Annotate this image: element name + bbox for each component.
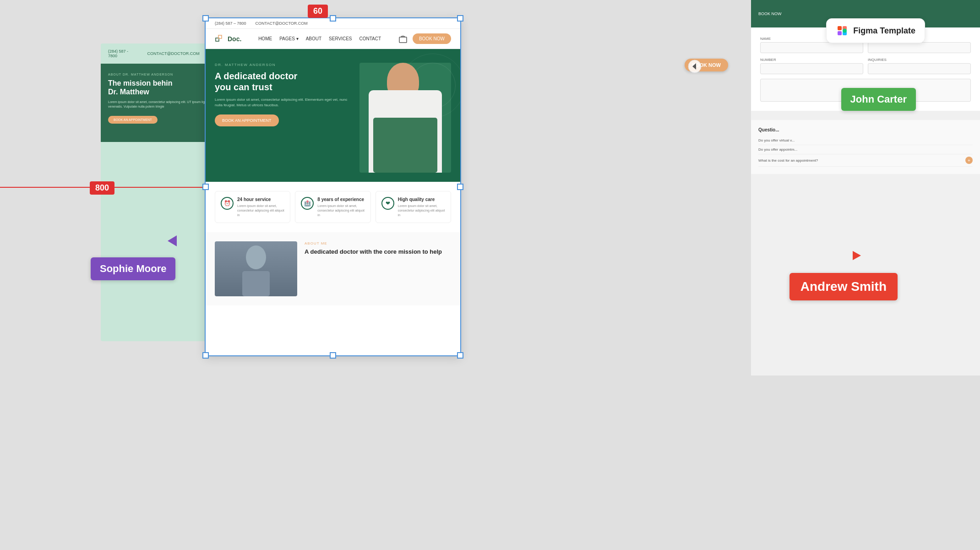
doc-hero-subtitle: DR. MATTHEW ANDERSON <box>215 63 355 67</box>
width-badge: 800 <box>90 181 114 195</box>
handle-right-middle[interactable] <box>457 184 463 190</box>
about-image <box>215 241 297 296</box>
doc-hero-title: A dedicated doctor you can trust <box>215 71 355 93</box>
about-title: A dedicated doctor with the core mission… <box>305 248 442 256</box>
about-image-person <box>215 241 297 296</box>
number-label: NUMBER <box>760 58 863 62</box>
service-title-2: 8 years of experience <box>317 197 365 202</box>
svg-point-12 <box>246 245 266 269</box>
handle-top-left[interactable] <box>202 15 209 22</box>
doc-nav-right: BOOK NOW <box>398 33 451 44</box>
about-text: ABOUT ME A dedicated doctor with the cor… <box>305 241 442 256</box>
service-icon-1: ⏰ <box>221 197 234 210</box>
handle-top-middle[interactable] <box>330 15 336 22</box>
service-title-3: High quality care <box>398 197 445 202</box>
sophie-cursor-arrow <box>168 235 177 246</box>
svg-rect-4 <box>838 26 842 30</box>
service-text-1: Lorem ipsum dolor sit amet, consectetur … <box>237 204 284 217</box>
andrew-smith-badge: Andrew Smith <box>789 273 898 300</box>
form-row-2: NUMBER INQUIRIES <box>760 58 971 74</box>
nav-link-about[interactable]: ABOUT <box>306 36 321 41</box>
bg-preview-phone: (284) 587 - 7800 <box>108 49 138 58</box>
height-badge: 60 <box>308 5 328 18</box>
bg-preview-email: CONTACT@DOCTOR.COM <box>147 51 200 56</box>
doc-hero-image <box>359 63 451 173</box>
figma-label: Figma Template <box>853 26 915 36</box>
service-info-2: 8 years of experience Lorem ipsum dolor … <box>317 197 365 217</box>
doc-navbar: Doc. HOME PAGES ▾ ABOUT SERVICES CONTACT… <box>206 29 460 49</box>
doc-logo-text: Doc. <box>228 35 241 43</box>
doc-logo: Doc. <box>215 34 241 44</box>
handle-top-right[interactable] <box>457 15 463 22</box>
svg-rect-13 <box>242 271 270 296</box>
svg-rect-6 <box>838 31 842 35</box>
person-silhouette <box>238 241 274 296</box>
figma-icon <box>836 24 849 37</box>
bg-book-btn[interactable]: BOOK AN APPOINTMENT <box>108 116 158 124</box>
inquiries-select[interactable] <box>868 63 971 74</box>
svg-rect-11 <box>399 37 407 43</box>
doc-hero: DR. MATTHEW ANDERSON A dedicated doctor … <box>206 49 460 182</box>
doc-logo-svg <box>215 34 225 44</box>
doc-about: ABOUT ME A dedicated doctor with the cor… <box>206 232 460 305</box>
handle-left-middle[interactable] <box>202 184 209 190</box>
about-subtitle: ABOUT ME <box>305 241 442 245</box>
nav-link-contact[interactable]: CONTACT <box>359 36 381 41</box>
doc-hero-text: DR. MATTHEW ANDERSON A dedicated doctor … <box>215 63 359 173</box>
faq-title: Questio... <box>758 127 973 132</box>
name-input[interactable] <box>760 42 863 53</box>
andrew-cursor-arrow <box>853 251 861 260</box>
inquiries-label: INQUIRIES <box>868 58 971 62</box>
john-carter-badge: John Carter <box>841 88 916 111</box>
handle-bottom-right[interactable] <box>457 352 463 359</box>
sophie-moore-badge: Sophie Moore <box>91 257 175 280</box>
faq-item-3[interactable]: What is the cost for an appointment? + <box>758 154 973 167</box>
doc-services: ⏰ 24 hour service Lorem ipsum dolor sit … <box>206 182 460 232</box>
back-arrow-icon <box>688 60 702 73</box>
number-input[interactable] <box>760 63 863 74</box>
doc-nav-links: HOME PAGES ▾ ABOUT SERVICES CONTACT <box>258 36 381 41</box>
handle-bottom-middle[interactable] <box>330 352 336 359</box>
doc-hero-desc: Lorem ipsum dolor sit amet, consectetur … <box>215 97 355 108</box>
service-card-3: ❤ High quality care Lorem ipsum dolor si… <box>376 191 451 223</box>
topbar-phone: (284) 587 – 7800 <box>215 21 246 26</box>
faq-expand-icon[interactable]: + <box>965 157 973 164</box>
doc-site-preview: (284) 587 – 7800 CONTACT@DOCTOR.COM Doc.… <box>206 18 460 355</box>
cart-icon[interactable] <box>398 34 408 44</box>
faq-item-1[interactable]: Do you offer virtual v... <box>758 136 973 145</box>
doc-book-btn[interactable]: BOOK NOW <box>413 33 451 44</box>
service-card-2: 🏥 8 years of experience Lorem ipsum dolo… <box>295 191 370 223</box>
right-header-text: BOOK NOW <box>758 11 782 16</box>
faq-item-2[interactable]: Do you offer appointm... <box>758 145 973 154</box>
email-input[interactable] <box>868 42 971 53</box>
nav-link-home[interactable]: HOME <box>258 36 272 41</box>
right-background-preview: BOOK NOW NAME EMAIL NUMBER INQUIRIES <box>751 0 980 376</box>
service-icon-3: ❤ <box>381 197 394 210</box>
nav-arrow-container <box>688 60 702 73</box>
doctor-figure <box>364 63 446 173</box>
service-text-3: Lorem ipsum dolor sit amet, consectetur … <box>398 204 445 217</box>
service-title-1: 24 hour service <box>237 197 284 202</box>
svg-point-8 <box>843 29 847 33</box>
service-card-1: ⏰ 24 hour service Lorem ipsum dolor sit … <box>215 191 290 223</box>
doctor-scrubs <box>373 118 437 173</box>
service-text-2: Lorem ipsum dolor sit amet, consectetur … <box>317 204 365 217</box>
service-icon-2: 🏥 <box>301 197 314 210</box>
service-info-3: High quality care Lorem ipsum dolor sit … <box>398 197 445 217</box>
handle-bottom-left[interactable] <box>202 352 209 359</box>
doc-cta-btn[interactable]: BOOK AN APPOINTMENT <box>215 114 279 126</box>
faq-section: Questio... Do you offer virtual v... Do … <box>751 120 980 174</box>
topbar-email: CONTACT@DOCTOR.COM <box>256 21 308 26</box>
inquiries-field-container: INQUIRIES <box>868 58 971 74</box>
number-field-container: NUMBER <box>760 58 863 74</box>
service-info-1: 24 hour service Lorem ipsum dolor sit am… <box>237 197 284 217</box>
main-preview-card: (284) 587 – 7800 CONTACT@DOCTOR.COM Doc.… <box>205 17 461 356</box>
nav-link-services[interactable]: SERVICES <box>329 36 352 41</box>
nav-link-pages[interactable]: PAGES ▾ <box>279 36 299 41</box>
figma-template-badge: Figma Template <box>826 18 925 43</box>
